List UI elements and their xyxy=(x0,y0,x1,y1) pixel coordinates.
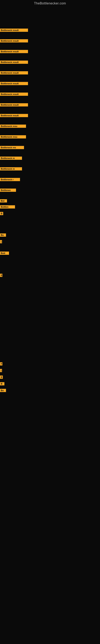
bottleneck-result-label: B xyxy=(0,382,4,386)
bottleneck-result-label: Bottleneck resu xyxy=(0,135,26,138)
bottleneck-result-label: Bottleneck result xyxy=(0,71,28,74)
bottleneck-result-label: Bottleneck re xyxy=(0,156,22,160)
bottleneck-result-label: | xyxy=(0,369,2,372)
bottleneck-result-label: Bottlenec xyxy=(0,188,16,192)
bottleneck-result-label: | xyxy=(0,240,2,243)
bottleneck-result-label: Bottleneck result xyxy=(0,39,28,42)
bottleneck-result-label: Bottleneck r xyxy=(0,178,20,181)
bottleneck-result-label: Bottleneck result xyxy=(0,50,28,53)
bottleneck-result-label: Bottleneck result xyxy=(0,60,28,64)
bottleneck-result-label: F xyxy=(0,362,2,366)
bottleneck-result-label: Bottleneck resu xyxy=(0,124,26,128)
bottleneck-result-label: B xyxy=(0,212,3,215)
bottleneck-result-label: Bottleneck result xyxy=(0,28,28,32)
bottleneck-result-label: Bo xyxy=(0,389,6,392)
bottleneck-result-label: Bottlen xyxy=(0,205,15,208)
bottleneck-result-label: Bo xyxy=(0,234,6,237)
bottleneck-result-label: E xyxy=(0,376,3,379)
bottleneck-result-label: Bott xyxy=(0,252,9,255)
bottleneck-result-label: E xyxy=(0,274,2,277)
site-title: TheBottlenecker.com xyxy=(0,0,100,7)
bottleneck-result-label: Bot xyxy=(0,199,7,202)
bottleneck-result-label: Bottleneck result xyxy=(0,103,28,106)
bottleneck-result-label: Bottleneck result xyxy=(0,92,28,96)
bottleneck-result-label: Bottleneck result xyxy=(0,114,28,117)
bottleneck-result-label: Bottleneck res xyxy=(0,146,24,149)
bottleneck-result-label: Bottleneck result xyxy=(0,82,28,85)
bottleneck-result-label: Bottleneck re xyxy=(0,167,22,170)
